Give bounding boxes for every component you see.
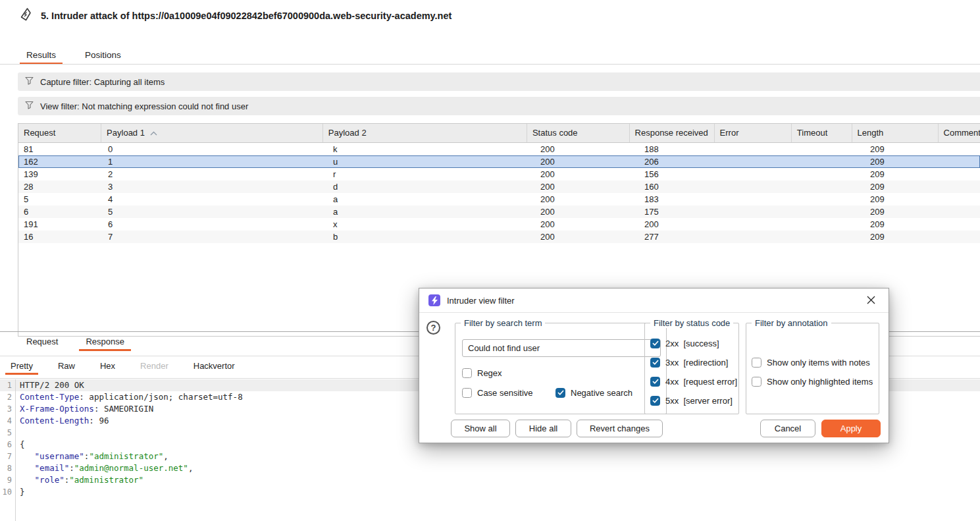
table-cell[interactable]: 200: [535, 143, 639, 155]
table-cell[interactable]: k: [328, 143, 535, 155]
table-cell[interactable]: [804, 231, 865, 243]
tab-pretty[interactable]: Pretty: [5, 358, 38, 375]
table-cell[interactable]: 1: [103, 155, 328, 168]
table-row[interactable]: 167b200277209: [18, 231, 980, 243]
table-cell[interactable]: 28: [18, 180, 103, 193]
table-cell[interactable]: 16: [18, 231, 103, 243]
table-cell[interactable]: [804, 180, 865, 193]
column-header-request[interactable]: Request: [18, 124, 101, 142]
table-cell[interactable]: [725, 143, 804, 155]
table-cell[interactable]: [804, 206, 865, 218]
table-cell[interactable]: 200: [535, 180, 639, 193]
table-cell[interactable]: 7: [103, 231, 328, 243]
table-cell[interactable]: 200: [639, 218, 725, 231]
table-cell[interactable]: a: [328, 206, 535, 218]
table-cell[interactable]: [952, 180, 980, 193]
table-cell[interactable]: 200: [535, 218, 639, 231]
table-cell[interactable]: 139: [18, 168, 103, 180]
table-cell[interactable]: [952, 206, 980, 218]
table-cell[interactable]: [804, 218, 865, 231]
table-cell[interactable]: [725, 206, 804, 218]
table-row[interactable]: 1916x200200209: [18, 218, 980, 231]
cancel-button[interactable]: Cancel: [760, 420, 815, 437]
table-cell[interactable]: 3: [103, 180, 328, 193]
table-cell[interactable]: 209: [865, 218, 952, 231]
table-cell[interactable]: 200: [535, 193, 639, 206]
tab-hackvertor[interactable]: Hackvertor: [188, 358, 240, 375]
table-cell[interactable]: 209: [865, 155, 952, 168]
tab-positions[interactable]: Positions: [78, 46, 128, 65]
status-3xx-checkbox[interactable]: 3xx [redirection]: [650, 357, 728, 368]
table-cell[interactable]: 206: [639, 155, 725, 168]
table-cell[interactable]: d: [328, 180, 535, 193]
column-header-length[interactable]: Length: [852, 124, 939, 142]
help-icon[interactable]: ?: [426, 321, 440, 335]
column-header-payload1[interactable]: Payload 1: [101, 124, 323, 142]
table-cell[interactable]: [725, 231, 804, 243]
table-cell[interactable]: 209: [865, 231, 952, 243]
table-cell[interactable]: [952, 143, 980, 155]
table-cell[interactable]: [804, 193, 865, 206]
table-cell[interactable]: [952, 168, 980, 180]
table-row[interactable]: 1392r200156209: [18, 168, 980, 180]
table-cell[interactable]: 191: [18, 218, 103, 231]
column-header-timeout[interactable]: Timeout: [792, 124, 852, 142]
table-cell[interactable]: 4: [103, 193, 328, 206]
status-5xx-checkbox[interactable]: 5xx [server error]: [650, 395, 733, 406]
revert-changes-button[interactable]: Revert changes: [577, 420, 663, 437]
table-cell[interactable]: 209: [865, 143, 952, 155]
table-cell[interactable]: [952, 231, 980, 243]
table-cell[interactable]: 81: [18, 143, 103, 155]
table-cell[interactable]: u: [328, 155, 535, 168]
column-header-status-code[interactable]: Status code: [527, 124, 630, 142]
table-cell[interactable]: 200: [535, 168, 639, 180]
table-cell[interactable]: 0: [103, 143, 328, 155]
table-cell[interactable]: 183: [639, 193, 725, 206]
table-cell[interactable]: 200: [535, 206, 639, 218]
table-cell[interactable]: [725, 155, 804, 168]
table-row[interactable]: 283d200160209: [18, 180, 980, 193]
table-cell[interactable]: [725, 218, 804, 231]
tab-response[interactable]: Response: [79, 333, 131, 351]
table-cell[interactable]: 200: [535, 231, 639, 243]
table-cell[interactable]: [952, 218, 980, 231]
table-cell[interactable]: 2: [103, 168, 328, 180]
tab-results[interactable]: Results: [20, 46, 63, 65]
table-row[interactable]: 54a200183209: [18, 193, 980, 206]
regex-checkbox[interactable]: Regex: [462, 368, 502, 378]
table-cell[interactable]: [804, 155, 865, 168]
table-row[interactable]: 810k200188209: [18, 143, 980, 155]
table-cell[interactable]: 209: [865, 180, 952, 193]
status-4xx-checkbox[interactable]: 4xx [request error]: [650, 376, 737, 387]
apply-button[interactable]: Apply: [821, 420, 881, 437]
table-cell[interactable]: 160: [639, 180, 725, 193]
table-cell[interactable]: 5: [18, 193, 103, 206]
table-cell[interactable]: 209: [865, 206, 952, 218]
table-cell[interactable]: 209: [865, 193, 952, 206]
table-cell[interactable]: [804, 168, 865, 180]
view-filter-bar[interactable]: View filter: Not matching expression cou…: [18, 97, 980, 115]
table-cell[interactable]: 188: [639, 143, 725, 155]
hide-all-button[interactable]: Hide all: [515, 420, 571, 437]
table-cell[interactable]: [804, 143, 865, 155]
show-only-highlighted-checkbox[interactable]: Show only highlighted items: [752, 376, 873, 387]
table-cell[interactable]: [952, 155, 980, 168]
negative-search-checkbox[interactable]: Negative search: [555, 387, 632, 398]
tab-hex[interactable]: Hex: [95, 358, 120, 375]
table-cell[interactable]: [725, 193, 804, 206]
table-row[interactable]: 1621u200206209: [18, 155, 980, 168]
table-cell[interactable]: 200: [535, 155, 639, 168]
table-cell[interactable]: [725, 180, 804, 193]
table-cell[interactable]: 277: [639, 231, 725, 243]
column-header-payload2[interactable]: Payload 2: [323, 124, 527, 142]
table-cell[interactable]: 175: [639, 206, 725, 218]
table-cell[interactable]: 156: [639, 168, 725, 180]
table-cell[interactable]: 6: [18, 206, 103, 218]
column-header-comment[interactable]: Comment: [939, 124, 980, 142]
case-sensitive-checkbox[interactable]: Case sensitive: [462, 387, 533, 398]
show-all-button[interactable]: Show all: [451, 420, 510, 437]
close-icon[interactable]: [866, 295, 877, 306]
show-only-notes-checkbox[interactable]: Show only items with notes: [752, 357, 870, 368]
column-header-error[interactable]: Error: [715, 124, 792, 142]
table-cell[interactable]: 6: [103, 218, 328, 231]
